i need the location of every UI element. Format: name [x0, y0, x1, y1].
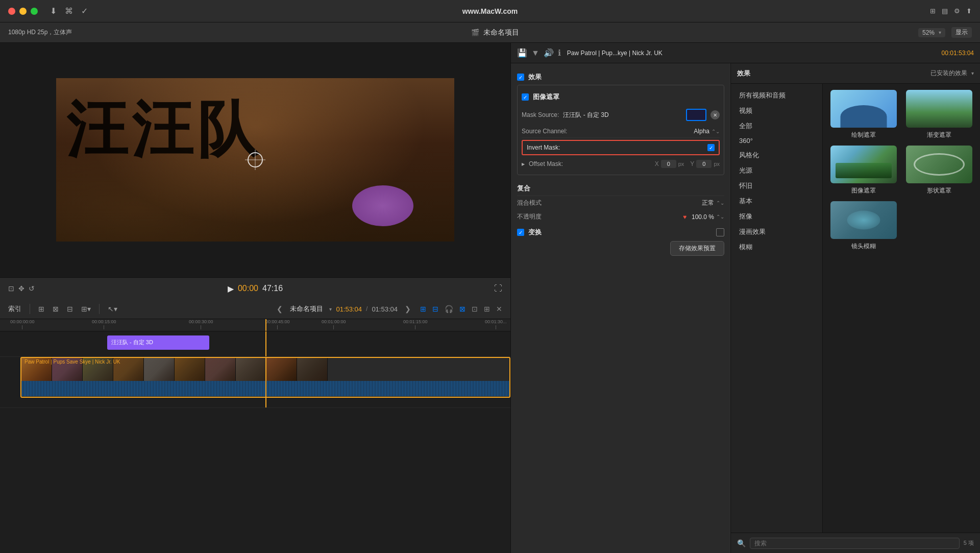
project-name: 未命名项目	[483, 28, 519, 37]
video-canvas: 汪汪队	[56, 78, 454, 242]
vc-right-controls: ⛶	[494, 284, 502, 293]
inspector-save-icon[interactable]: 💾	[517, 48, 527, 58]
play-button[interactable]: ▶	[228, 284, 234, 294]
sidebar-item-video[interactable]: 视频	[731, 103, 822, 118]
top-toolbar: 1080p HD 25p，立体声 🎬 未命名项目 52% ▾ 显示	[0, 22, 980, 43]
film-icon: 🎬	[471, 29, 479, 36]
blend-mode-chevron[interactable]: ⌃⌄	[716, 200, 724, 206]
ruler-mark-1: 00:00:15:00	[92, 319, 116, 329]
title-clip[interactable]: 汪汪队 - 自定 3D	[107, 335, 209, 350]
effect-item-image-mask[interactable]: 图像遮罩	[829, 146, 898, 195]
tb-select-icon[interactable]: ↖▾	[106, 304, 119, 314]
inspector-top-icons: 💾 ▼ 🔊 ℹ	[517, 48, 561, 58]
effect-item-draw-mask[interactable]: 绘制遮罩	[829, 90, 898, 139]
image-mask-checkbox[interactable]: ✓	[522, 93, 529, 101]
mask-color-swatch[interactable]	[686, 109, 706, 121]
transform-checkbox[interactable]: ✓	[517, 229, 524, 236]
nav-prev[interactable]: ❮	[274, 304, 286, 314]
offset-y-value[interactable]: 0	[696, 160, 712, 168]
source-channel-chevron[interactable]: ⌃⌄	[712, 129, 720, 134]
transform-square-icon[interactable]	[716, 228, 724, 236]
effect-thumb-draw-mask	[830, 90, 897, 128]
sidebar-item-all-video-audio[interactable]: 所有视频和音频	[731, 88, 822, 103]
video-clip-label: Paw Patrol | Pups Save Skye | Nick Jr. U…	[24, 359, 120, 365]
effect-item-shape-mask[interactable]: 形状遮罩	[904, 146, 974, 195]
effect-label-shape-mask: 形状遮罩	[927, 186, 951, 195]
tl-zoom-in-icon[interactable]: ⊞	[418, 304, 428, 314]
inspector-filter-icon[interactable]: ▼	[531, 49, 540, 58]
tl-zoom-out-icon[interactable]: ⊟	[430, 304, 440, 314]
sidebar-item-blur[interactable]: 模糊	[731, 239, 822, 255]
grid-icon[interactable]: ⊞	[930, 7, 936, 15]
offset-expand-icon[interactable]: ▶	[522, 162, 525, 166]
tl-total: 01:53:04	[372, 305, 398, 313]
effect-item-gradient-mask[interactable]: 渐变遮罩	[904, 90, 974, 139]
nav-next[interactable]: ❯	[402, 304, 414, 314]
settings-icon[interactable]: ⚙	[954, 7, 960, 15]
crop-icon[interactable]: ⊡	[8, 284, 14, 293]
inspector-info-icon[interactable]: ℹ	[558, 48, 561, 58]
zoom-control[interactable]: 52% ▾	[918, 28, 945, 37]
video-overlay-text: 汪汪队	[66, 99, 262, 160]
opacity-heart-icon: ♥	[683, 213, 687, 221]
mask-close-button[interactable]: ✕	[710, 110, 720, 119]
display-button[interactable]: 显示	[951, 27, 972, 38]
sidebar-item-stylize[interactable]: 风格化	[731, 148, 822, 163]
maximize-button[interactable]	[31, 8, 38, 15]
clip-duration: 47:16	[262, 284, 283, 293]
back-icon[interactable]: ⬇	[50, 6, 57, 16]
close-button[interactable]	[8, 8, 15, 15]
offset-x-value[interactable]: 0	[661, 160, 676, 168]
tl-headphones-icon[interactable]: 🎧	[443, 304, 455, 314]
share-icon[interactable]: ⬆	[966, 7, 972, 15]
tb-blade-icon[interactable]: ⊠	[51, 304, 61, 314]
check-icon[interactable]: ✓	[81, 6, 88, 16]
title-bar-right: ⊞ ▤ ⚙ ⬆	[930, 7, 972, 15]
transform-tool-icon[interactable]: ✥	[18, 284, 24, 293]
invert-mask-checkbox[interactable]: ✓	[707, 144, 715, 151]
opacity-row: 不透明度 ♥ 100.0 % ⌃⌄	[517, 210, 724, 224]
video-clip[interactable]: Paw Patrol | Pups Save Skye | Nick Jr. U…	[20, 357, 510, 398]
video-track: Paw Patrol | Pups Save Skye | Nick Jr. U…	[0, 357, 510, 408]
blend-mode-label: 混合模式	[517, 199, 702, 207]
tb-more-icon[interactable]: ⊞▾	[79, 304, 93, 314]
tb-clip-icon[interactable]: ⊞	[36, 304, 46, 314]
tl-expand-icon[interactable]: ⊞	[482, 304, 492, 314]
effect-label-lens-blur: 镜头模糊	[851, 242, 876, 251]
effects-sidebar: 所有视频和音频 视频 全部 360° 风格化 光源 怀旧 基本 抠像 漫画效果 …	[731, 84, 823, 533]
tl-clip-icon[interactable]: ⊡	[470, 304, 480, 314]
effects-checkbox[interactable]: ✓	[517, 74, 524, 81]
opacity-chevron[interactable]: ⌃⌄	[716, 214, 724, 220]
minimize-button[interactable]	[19, 8, 27, 15]
film-frame-6	[175, 358, 205, 381]
ruler-mark-2: 00:00:30:00	[189, 319, 213, 329]
installed-effects-btn[interactable]: 已安装的效果	[930, 69, 967, 78]
sidebar-item-distort[interactable]: 抠像	[731, 209, 822, 224]
title-track: 汪汪队 - 自定 3D	[0, 331, 510, 357]
sidebar-item-basic[interactable]: 基本	[731, 194, 822, 209]
save-effects-button[interactable]: 存储效果预置	[670, 241, 724, 256]
sidebar-item-light[interactable]: 光源	[731, 163, 822, 178]
composite-header: 复合	[517, 181, 724, 196]
panels-icon[interactable]: ▤	[942, 7, 948, 15]
sidebar-item-360[interactable]: 360°	[731, 134, 822, 148]
sidebar-item-all[interactable]: 全部	[731, 118, 822, 134]
speed-icon[interactable]: ↺	[29, 284, 35, 293]
inspector-audio-icon[interactable]: 🔊	[544, 48, 554, 58]
ruler-playhead	[265, 319, 266, 331]
tl-close-icon[interactable]: ✕	[494, 304, 504, 314]
timeline-ruler: 00:00:00:00 00:00:15:00 00:00:30:00 00:0…	[0, 319, 510, 331]
sidebar-item-anime[interactable]: 漫画效果	[731, 224, 822, 239]
key-icon[interactable]: ⌘	[65, 6, 73, 16]
effects-layout: 所有视频和音频 视频 全部 360° 风格化 光源 怀旧 基本 抠像 漫画效果 …	[731, 84, 980, 533]
tl-project-dropdown[interactable]: ▾	[329, 306, 332, 312]
video-preview[interactable]: 汪汪队	[0, 43, 510, 277]
installed-chevron[interactable]: ▾	[971, 70, 974, 76]
sidebar-item-retro[interactable]: 怀旧	[731, 178, 822, 194]
inspector-header: 💾 ▼ 🔊 ℹ Paw Patrol | Pup...kye | Nick Jr…	[511, 43, 980, 63]
effect-item-lens-blur[interactable]: 镜头模糊	[829, 201, 898, 251]
effects-search-input[interactable]	[750, 538, 960, 549]
fullscreen-icon[interactable]: ⛶	[494, 284, 502, 293]
tb-detach-icon[interactable]: ⊟	[65, 304, 75, 314]
tl-trim-icon[interactable]: ⊠	[457, 304, 468, 314]
